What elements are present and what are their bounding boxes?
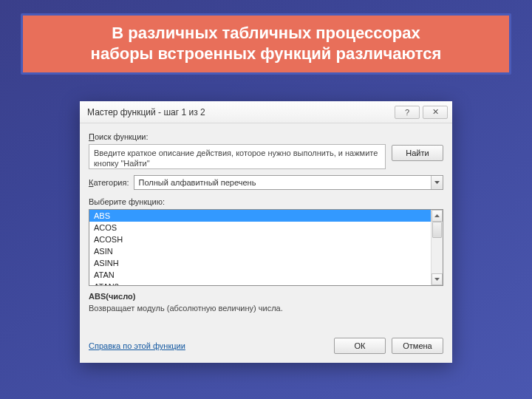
- help-link[interactable]: Справка по этой функции: [89, 341, 334, 350]
- search-input[interactable]: Введите краткое описание действия, котор…: [89, 144, 386, 169]
- function-description-block: ABS(число) Возвращает модуль (абсолютную…: [89, 292, 443, 313]
- category-label: Категория:: [89, 178, 129, 187]
- ok-button[interactable]: ОК: [334, 338, 386, 354]
- scroll-down-button[interactable]: [432, 273, 443, 285]
- slide-title-banner: В различных табличных процессорах наборы…: [21, 13, 511, 75]
- list-item[interactable]: ATAN2: [89, 281, 443, 286]
- cancel-button[interactable]: Отмена: [392, 338, 443, 354]
- function-signature: ABS(число): [89, 292, 443, 301]
- function-wizard-dialog: Мастер функций - шаг 1 из 2 ? ✕ Поиск фу…: [80, 101, 452, 363]
- list-item[interactable]: ABS: [89, 210, 443, 222]
- scroll-thumb[interactable]: [432, 222, 442, 238]
- function-listbox[interactable]: ABSACOSACOSHASINASINHATANATAN2: [89, 209, 443, 286]
- select-function-label: Выберите функцию:: [89, 197, 443, 206]
- dialog-title: Мастер функций - шаг 1 из 2: [87, 107, 392, 117]
- dialog-body: Поиск функции: Введите краткое описание …: [80, 123, 452, 363]
- banner-line1: В различных табличных процессорах: [112, 24, 420, 42]
- scroll-track[interactable]: [432, 222, 443, 273]
- list-item[interactable]: ASINH: [89, 257, 443, 269]
- help-icon: ?: [405, 108, 409, 117]
- find-button[interactable]: Найти: [392, 145, 443, 161]
- list-item[interactable]: ACOS: [89, 222, 443, 233]
- list-item[interactable]: ASIN: [89, 245, 443, 257]
- scroll-up-button[interactable]: [432, 210, 443, 222]
- category-value: Полный алфавитный перечень: [139, 178, 256, 187]
- list-item[interactable]: ATAN: [89, 269, 443, 281]
- help-button[interactable]: ?: [395, 106, 420, 119]
- function-items: ABSACOSACOSHASINASINHATANATAN2: [89, 210, 443, 286]
- category-combobox[interactable]: Полный алфавитный перечень: [134, 175, 444, 190]
- banner-line2: наборы встроенных функций различаются: [91, 44, 442, 63]
- list-item[interactable]: ACOSH: [89, 233, 443, 245]
- dialog-footer: Справка по этой функции ОК Отмена: [89, 336, 443, 354]
- titlebar: Мастер функций - шаг 1 из 2 ? ✕: [80, 101, 452, 123]
- function-description: Возвращает модуль (абсолютную величину) …: [89, 304, 443, 313]
- search-label: Поиск функции:: [89, 132, 443, 141]
- close-icon: ✕: [432, 107, 439, 117]
- scrollbar[interactable]: [431, 210, 443, 285]
- close-button[interactable]: ✕: [423, 106, 448, 119]
- chevron-down-icon: [431, 176, 443, 189]
